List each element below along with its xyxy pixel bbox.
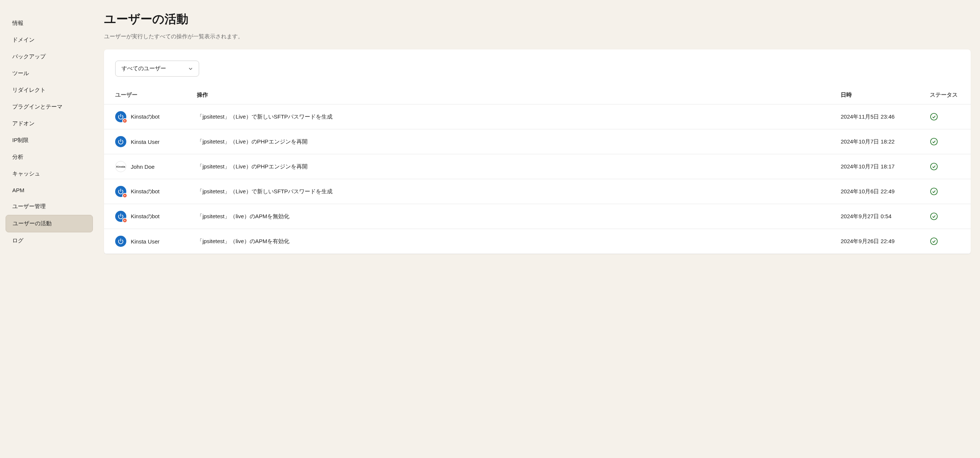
sidebar-item-redirect[interactable]: リダイレクト	[6, 82, 93, 99]
sidebar-item-tools[interactable]: ツール	[6, 65, 93, 82]
table-header: ユーザー 操作 日時 ステータス	[104, 86, 971, 104]
cell-action: 「jpsitetest」（Live）で新しいSFTPパスワードを生成	[197, 188, 841, 195]
cell-user: KinstaJohn Doe	[115, 161, 197, 172]
sidebar-item-logs[interactable]: ログ	[6, 232, 93, 249]
success-icon	[930, 113, 938, 121]
page-title: ユーザーの活動	[104, 11, 971, 27]
header-user: ユーザー	[115, 91, 197, 99]
avatar	[115, 186, 126, 197]
table-body: Kinstaのbot「jpsitetest」（Live）で新しいSFTPパスワー…	[104, 104, 971, 254]
avatar	[115, 136, 126, 147]
svg-point-3	[931, 138, 937, 145]
cell-action: 「jpsitetest」（live）のAPMを無効化	[197, 213, 841, 220]
user-filter-label: すべてのユーザー	[121, 65, 166, 72]
sidebar-item-cache[interactable]: キャッシュ	[6, 166, 93, 182]
cell-status	[930, 212, 959, 220]
avatar	[115, 211, 126, 222]
cell-action: 「jpsitetest」（Live）で新しいSFTPパスワードを生成	[197, 113, 841, 120]
sidebar: 情報 ドメイン バックアップ ツール リダイレクト プラグインとテーマ アドオン…	[0, 0, 99, 458]
cell-datetime: 2024年10月6日 22:49	[841, 188, 930, 195]
success-icon	[930, 212, 938, 220]
sidebar-item-plugins-themes[interactable]: プラグインとテーマ	[6, 99, 93, 115]
user-name: Kinstaのbot	[131, 188, 160, 195]
cell-datetime: 2024年9月27日 0:54	[841, 213, 930, 220]
cell-datetime: 2024年11月5日 23:46	[841, 113, 930, 120]
cell-status	[930, 187, 959, 196]
user-name: Kinsta User	[131, 238, 160, 245]
cell-datetime: 2024年10月7日 18:17	[841, 163, 930, 170]
success-icon	[930, 163, 938, 171]
sidebar-item-analytics[interactable]: 分析	[6, 149, 93, 166]
svg-point-1	[931, 113, 937, 120]
header-datetime: 日時	[841, 91, 930, 99]
chevron-down-icon	[188, 67, 193, 71]
svg-point-4	[931, 163, 937, 170]
table-row: Kinstaのbot「jpsitetest」（Live）で新しいSFTPパスワー…	[104, 179, 971, 204]
cell-datetime: 2024年9月26日 22:49	[841, 238, 930, 245]
sidebar-item-user-activity[interactable]: ユーザーの活動	[6, 215, 93, 232]
bot-badge-icon	[122, 193, 127, 198]
cell-action: 「jpsitetest」（live）のAPMを有効化	[197, 238, 841, 245]
avatar	[115, 236, 126, 247]
user-name: Kinsta User	[131, 139, 160, 145]
sidebar-item-apm[interactable]: APM	[6, 182, 93, 198]
table-row: KinstaJohn Doe「jpsitetest」（Live）のPHPエンジン…	[104, 154, 971, 179]
cell-status	[930, 113, 959, 121]
svg-point-8	[931, 213, 937, 220]
avatar	[115, 111, 126, 122]
success-icon	[930, 187, 938, 196]
cell-status	[930, 163, 959, 171]
bot-badge-icon	[122, 218, 127, 223]
success-icon	[930, 137, 938, 146]
cell-action: 「jpsitetest」（Live）のPHPエンジンを再開	[197, 138, 841, 145]
table-row: Kinsta User「jpsitetest」（Live）のPHPエンジンを再開…	[104, 129, 971, 154]
table-row: Kinstaのbot「jpsitetest」（live）のAPMを無効化2024…	[104, 204, 971, 229]
filter-row: すべてのユーザー	[104, 61, 971, 86]
cell-status	[930, 137, 959, 146]
sidebar-item-user-management[interactable]: ユーザー管理	[6, 198, 93, 215]
page-subtitle: ユーザーが実行したすべての操作が一覧表示されます。	[104, 33, 971, 40]
header-action: 操作	[197, 91, 841, 99]
success-icon	[930, 237, 938, 245]
user-name: Kinstaのbot	[131, 113, 160, 120]
user-name: John Doe	[131, 164, 154, 170]
main-content: ユーザーの活動 ユーザーが実行したすべての操作が一覧表示されます。 すべてのユー…	[99, 0, 980, 458]
cell-user: Kinsta User	[115, 236, 197, 247]
user-name: Kinstaのbot	[131, 213, 160, 220]
sidebar-item-domain[interactable]: ドメイン	[6, 32, 93, 48]
sidebar-item-backup[interactable]: バックアップ	[6, 48, 93, 65]
activity-card: すべてのユーザー ユーザー 操作 日時 ステータス Kinstaのbot「jps…	[104, 49, 971, 254]
sidebar-item-addons[interactable]: アドオン	[6, 115, 93, 132]
bot-badge-icon	[122, 118, 127, 123]
sidebar-item-ip-restriction[interactable]: IP制限	[6, 132, 93, 149]
user-filter-select[interactable]: すべてのユーザー	[115, 61, 199, 77]
cell-status	[930, 237, 959, 245]
table-row: Kinstaのbot「jpsitetest」（Live）で新しいSFTPパスワー…	[104, 104, 971, 129]
activity-table: ユーザー 操作 日時 ステータス Kinstaのbot「jpsitetest」（…	[104, 86, 971, 254]
svg-point-10	[931, 238, 937, 245]
cell-user: Kinstaのbot	[115, 186, 197, 197]
cell-user: Kinsta User	[115, 136, 197, 147]
cell-user: Kinstaのbot	[115, 111, 197, 122]
table-row: Kinsta User「jpsitetest」（live）のAPMを有効化202…	[104, 229, 971, 254]
cell-datetime: 2024年10月7日 18:22	[841, 138, 930, 145]
avatar: Kinsta	[115, 161, 126, 172]
sidebar-item-info[interactable]: 情報	[6, 15, 93, 32]
header-status: ステータス	[930, 91, 959, 99]
cell-user: Kinstaのbot	[115, 211, 197, 222]
svg-point-6	[931, 188, 937, 195]
cell-action: 「jpsitetest」（Live）のPHPエンジンを再開	[197, 163, 841, 170]
